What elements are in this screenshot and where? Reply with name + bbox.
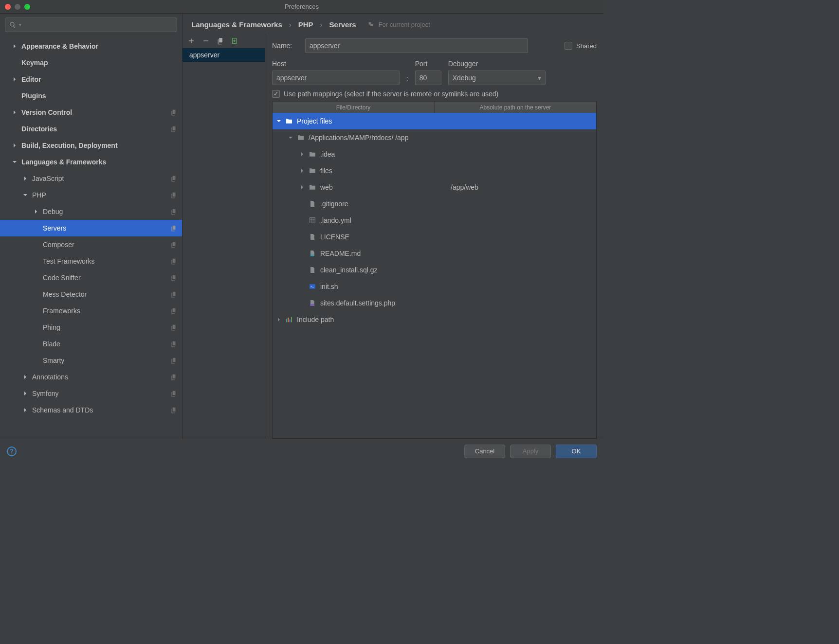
svg-text:>_: >_ <box>310 285 314 288</box>
add-icon[interactable] <box>187 37 195 45</box>
server-list-item[interactable]: appserver <box>182 48 265 62</box>
breadcrumb-part[interactable]: Servers <box>329 20 356 29</box>
svg-rect-1 <box>370 24 373 26</box>
sidebar-item-version-control[interactable]: Version Control <box>0 104 182 121</box>
help-button[interactable]: ? <box>7 447 17 456</box>
port-input[interactable] <box>415 71 441 85</box>
sidebar-item-directories[interactable]: Directories <box>0 121 182 137</box>
cancel-button[interactable]: Cancel <box>464 445 505 458</box>
name-label: Name: <box>272 42 299 50</box>
shared-label: Shared <box>576 42 597 50</box>
sidebar-item-build-execution-deployment[interactable]: Build, Execution, Deployment <box>0 137 182 154</box>
path-row[interactable]: .lando.yml <box>273 212 596 229</box>
sidebar-item-schemas-and-dtds[interactable]: Schemas and DTDs <box>0 402 182 418</box>
expand-icon <box>300 185 305 189</box>
sidebar-item-code-sniffer[interactable]: Code Sniffer <box>0 269 182 286</box>
shared-checkbox[interactable] <box>565 42 572 50</box>
sidebar-item-frameworks[interactable]: Frameworks <box>0 303 182 319</box>
window-title: Preferences <box>0 3 603 10</box>
expand-arrow-icon <box>13 44 18 48</box>
sidebar-item-test-frameworks[interactable]: Test Frameworks <box>0 253 182 269</box>
expand-arrow-icon <box>23 193 28 197</box>
svg-text:?: ? <box>311 270 312 273</box>
expand-icon <box>288 136 293 140</box>
folder-icon <box>297 134 305 142</box>
host-input[interactable] <box>272 71 400 85</box>
svg-rect-8 <box>310 254 314 256</box>
project-icon <box>368 21 375 28</box>
path-row[interactable]: web/app/web <box>273 179 596 196</box>
sidebar-item-appearance-behavior[interactable]: Appearance & Behavior <box>0 38 182 54</box>
grid-icon <box>309 216 316 224</box>
path-row[interactable]: >_init.sh <box>273 278 596 295</box>
path-row[interactable]: Include path <box>273 311 596 328</box>
expand-arrow-icon <box>23 375 28 379</box>
path-row[interactable]: .gitignore <box>273 196 596 212</box>
expand-arrow-icon <box>13 160 18 164</box>
sh-icon: >_ <box>309 283 316 290</box>
path-mappings-checkbox[interactable] <box>272 90 280 98</box>
path-row[interactable]: Project files <box>273 113 596 129</box>
breadcrumb-part[interactable]: PHP <box>298 20 313 29</box>
file-icon <box>309 200 316 208</box>
sidebar-item-editor[interactable]: Editor <box>0 71 182 88</box>
path-row[interactable]: README.md <box>273 245 596 262</box>
expand-arrow-icon <box>23 177 28 180</box>
path-row[interactable]: files <box>273 162 596 179</box>
expand-arrow-icon <box>23 392 28 395</box>
sidebar-item-blade[interactable]: Blade <box>0 336 182 352</box>
server-name-input[interactable] <box>305 38 528 53</box>
server-config-form: Name: Shared Host : <box>265 34 603 439</box>
sidebar-item-servers[interactable]: Servers <box>0 220 182 236</box>
expand-icon <box>276 318 281 322</box>
chevron-right-icon: › <box>289 20 292 29</box>
sidebar-item-keymap[interactable]: Keymap <box>0 54 182 71</box>
sidebar-item-composer[interactable]: Composer <box>0 236 182 253</box>
expand-arrow-icon <box>13 143 18 147</box>
expand-icon <box>300 169 305 173</box>
apply-button[interactable]: Apply <box>510 445 551 458</box>
file-icon <box>309 233 316 241</box>
expand-arrow-icon <box>13 110 18 114</box>
sidebar-item-symfony[interactable]: Symfony <box>0 385 182 402</box>
svg-rect-14 <box>288 318 289 322</box>
expand-icon <box>300 152 305 156</box>
path-row[interactable]: /Applications/MAMP/htdocs/ /app <box>273 129 596 146</box>
path-row[interactable]: .idea <box>273 146 596 162</box>
svg-rect-15 <box>290 320 291 322</box>
expand-icon <box>276 119 281 123</box>
sidebar-item-smarty[interactable]: Smarty <box>0 352 182 369</box>
column-header-server[interactable]: Absolute path on the server <box>435 102 596 113</box>
remove-icon[interactable] <box>202 37 210 45</box>
svg-rect-13 <box>286 319 287 322</box>
path-row[interactable]: sites.default.settings.php <box>273 295 596 311</box>
svg-rect-12 <box>310 304 314 306</box>
path-row[interactable]: LICENSE <box>273 229 596 245</box>
debugger-select[interactable]: Xdebug <box>448 71 546 85</box>
debugger-label: Debugger <box>448 60 546 68</box>
sidebar-item-annotations[interactable]: Annotations <box>0 369 182 385</box>
import-icon[interactable] <box>231 37 239 45</box>
breadcrumb-part[interactable]: Languages & Frameworks <box>191 20 282 29</box>
svg-rect-3 <box>310 218 315 223</box>
copy-icon[interactable] <box>217 37 224 45</box>
search-input[interactable]: ▾ <box>5 18 177 32</box>
host-label: Host <box>272 60 400 68</box>
sidebar-item-plugins[interactable]: Plugins <box>0 88 182 104</box>
sidebar-item-php[interactable]: PHP <box>0 187 182 203</box>
sql-icon: ? <box>309 266 316 274</box>
path-mappings-label: Use path mappings (select if the server … <box>284 90 498 98</box>
port-label: Port <box>415 60 441 68</box>
path-row[interactable]: ?clean_install.sql.gz <box>273 262 596 278</box>
breadcrumb: Languages & Frameworks › PHP › Servers F… <box>182 14 603 34</box>
sidebar-item-mess-detector[interactable]: Mess Detector <box>0 286 182 303</box>
column-header-file[interactable]: File/Directory <box>273 102 435 113</box>
ok-button[interactable]: OK <box>556 445 597 458</box>
bars-icon <box>285 316 293 323</box>
expand-arrow-icon <box>23 408 28 412</box>
sidebar-item-languages-frameworks[interactable]: Languages & Frameworks <box>0 154 182 170</box>
svg-rect-16 <box>291 317 292 322</box>
sidebar-item-debug[interactable]: Debug <box>0 203 182 220</box>
sidebar-item-phing[interactable]: Phing <box>0 319 182 336</box>
sidebar-item-javascript[interactable]: JavaScript <box>0 170 182 187</box>
